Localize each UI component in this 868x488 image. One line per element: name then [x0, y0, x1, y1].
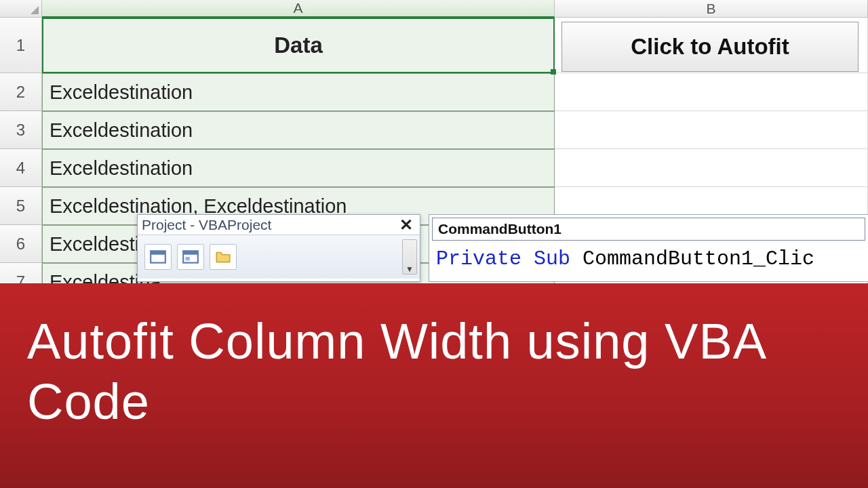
table-row: 2 Exceldestination: [0, 73, 868, 111]
svg-rect-3: [183, 251, 198, 254]
row-header-5[interactable]: 5: [0, 187, 42, 225]
table-row: 4 Exceldestination: [0, 149, 868, 187]
scroll-down-icon[interactable]: ▼: [406, 264, 414, 274]
title-banner: Autofit Column Width using VBA Code: [0, 283, 868, 488]
banner-title: Autofit Column Width using VBA Code: [27, 312, 841, 432]
vbe-project-window[interactable]: Project - VBAProject ✕ ▼: [137, 214, 420, 282]
object-dropdown[interactable]: CommandButton1: [432, 218, 865, 241]
svg-rect-1: [151, 251, 165, 254]
row-header-1[interactable]: 1: [0, 18, 42, 73]
row-header-6[interactable]: 6: [0, 225, 42, 263]
row-header-2[interactable]: 2: [0, 73, 42, 111]
view-code-icon[interactable]: [144, 244, 172, 270]
spreadsheet-area: A B 1 Data 2 Exceldestination 3 Exceldes…: [0, 0, 868, 283]
select-all-corner[interactable]: [0, 0, 42, 18]
row-header-3[interactable]: 3: [0, 111, 42, 149]
cell-a3[interactable]: Exceldestination: [42, 111, 555, 149]
vbe-scrollbar[interactable]: ▼: [402, 239, 417, 274]
column-header-b[interactable]: B: [555, 0, 868, 18]
code-line[interactable]: Private Sub CommandButton1_Clic: [429, 241, 868, 270]
svg-rect-4: [185, 257, 190, 260]
autofit-button[interactable]: Click to Autofit: [561, 22, 859, 72]
vbe-code-window[interactable]: CommandButton1 Private Sub CommandButton…: [429, 214, 868, 282]
vbe-project-toolbar: ▼: [138, 235, 420, 279]
cell-b3[interactable]: [555, 111, 868, 149]
column-header-a[interactable]: A: [42, 0, 555, 18]
vbe-project-title-text: Project - VBAProject: [142, 217, 271, 233]
cell-b4[interactable]: [555, 149, 868, 187]
code-text: CommandButton1_Clic: [583, 247, 814, 270]
cell-a1-selected[interactable]: Data: [42, 18, 555, 73]
cell-b2[interactable]: [555, 73, 868, 111]
cell-a4[interactable]: Exceldestination: [42, 149, 555, 187]
table-row: 3 Exceldestination: [0, 111, 868, 149]
column-headers-row: A B: [0, 0, 868, 18]
view-object-icon[interactable]: [177, 244, 204, 270]
close-icon[interactable]: ✕: [397, 216, 416, 235]
cell-a2[interactable]: Exceldestination: [42, 73, 555, 111]
folder-icon[interactable]: [210, 244, 237, 270]
vbe-project-titlebar[interactable]: Project - VBAProject ✕: [138, 215, 420, 235]
keyword-text: Private Sub: [436, 247, 583, 270]
row-header-4[interactable]: 4: [0, 149, 42, 187]
